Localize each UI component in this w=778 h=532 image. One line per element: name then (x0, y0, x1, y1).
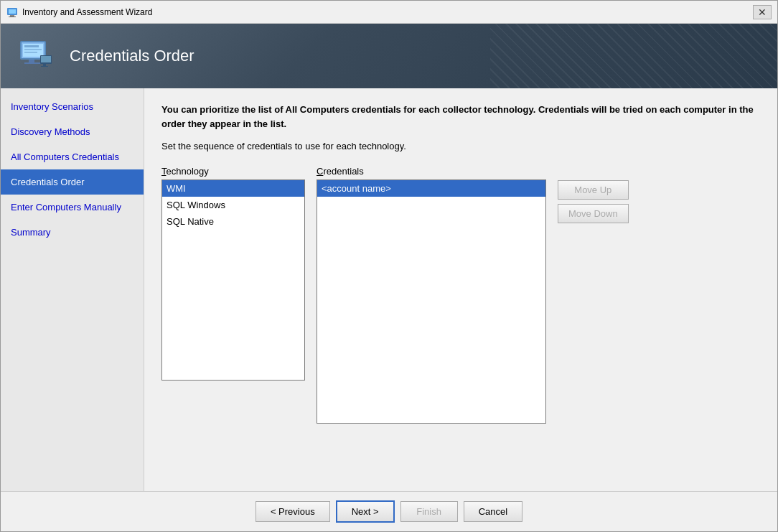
svg-rect-15 (41, 66, 48, 67)
main-content: Inventory Scenarios Discovery Methods Al… (1, 88, 777, 491)
svg-rect-13 (41, 56, 51, 62)
sidebar-item-credentials-order[interactable]: Credentials Order (1, 169, 144, 195)
credentials-label: Credentials (317, 166, 546, 177)
credentials-column: Credentials <account name> (317, 166, 546, 424)
credentials-item-account[interactable]: <account name> (317, 180, 545, 197)
sidebar: Inventory Scenarios Discovery Methods Al… (1, 88, 144, 491)
svg-rect-2 (10, 15, 14, 17)
cancel-button[interactable]: Cancel (464, 501, 522, 522)
technology-item-wmi[interactable]: WMI (162, 180, 304, 197)
technology-item-sql-windows[interactable]: SQL Windows (162, 197, 304, 213)
finish-button[interactable]: Finish (400, 501, 458, 522)
next-button[interactable]: Next > (336, 500, 395, 523)
technology-label: Technology (161, 166, 305, 177)
svg-rect-11 (24, 62, 42, 64)
svg-rect-1 (9, 9, 16, 14)
action-buttons: Move Up Move Down (558, 180, 629, 223)
move-up-button[interactable]: Move Up (558, 180, 629, 200)
svg-rect-9 (24, 52, 37, 53)
header-icon (15, 34, 58, 78)
previous-button[interactable]: < Previous (256, 501, 330, 522)
sidebar-item-summary[interactable]: Summary (1, 220, 144, 245)
title-bar-text: Inventory and Assessment Wizard (22, 7, 753, 17)
content-panel: You can prioritize the list of All Compu… (144, 88, 777, 491)
title-bar: Inventory and Assessment Wizard ✕ (1, 1, 777, 24)
sub-description: Set the sequence of credentials to use f… (161, 141, 760, 151)
footer: < Previous Next > Finish Cancel (1, 491, 777, 531)
wizard-window: Inventory and Assessment Wizard ✕ (0, 0, 778, 532)
svg-rect-3 (9, 17, 16, 17)
svg-rect-8 (24, 49, 42, 50)
svg-rect-14 (43, 64, 46, 66)
description-text: You can prioritize the list of All Compu… (161, 103, 760, 131)
move-down-button[interactable]: Move Down (558, 204, 629, 223)
close-button[interactable]: ✕ (753, 5, 772, 19)
columns-area: Technology WMI SQL Windows SQL Native Cr… (161, 166, 760, 424)
sidebar-item-discovery-methods[interactable]: Discovery Methods (1, 119, 144, 144)
credentials-listbox[interactable]: <account name> (317, 179, 546, 424)
credentials-label-underline: C (317, 166, 323, 177)
technology-item-sql-native[interactable]: SQL Native (162, 213, 304, 230)
svg-rect-7 (24, 45, 39, 47)
header-title: Credentials Order (70, 47, 194, 65)
technology-column: Technology WMI SQL Windows SQL Native (161, 166, 305, 381)
svg-rect-10 (29, 60, 34, 62)
technology-listbox[interactable]: WMI SQL Windows SQL Native (161, 179, 305, 381)
app-icon (6, 6, 18, 18)
sidebar-item-inventory-scenarios[interactable]: Inventory Scenarios (1, 94, 144, 119)
sidebar-item-enter-computers-manually[interactable]: Enter Computers Manually (1, 195, 144, 220)
sidebar-item-all-computers-credentials[interactable]: All Computers Credentials (1, 144, 144, 169)
header-banner: Credentials Order (1, 24, 777, 88)
